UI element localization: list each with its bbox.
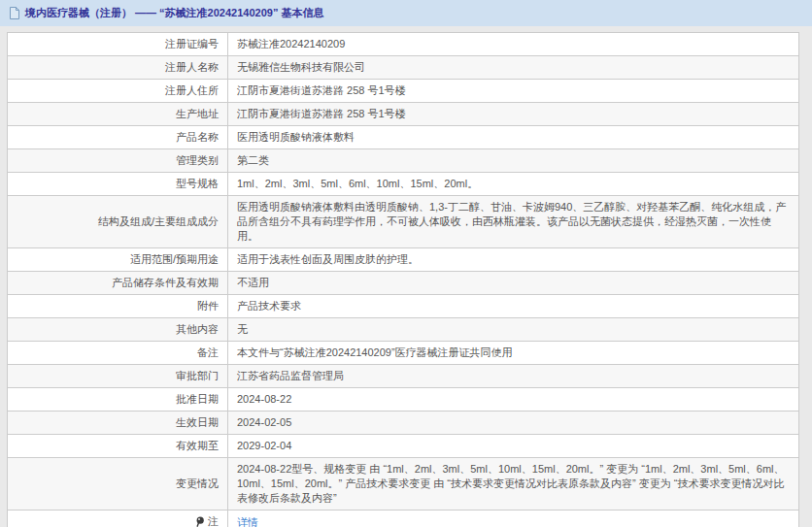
row-value: 1ml、2ml、3ml、5ml、6ml、10ml、15ml、20ml。 [228, 173, 799, 196]
row-value: 产品技术要求 [228, 295, 799, 318]
row-label-text: 管理类别 [176, 154, 219, 166]
row-label-text: 产品储存条件及有效期 [112, 277, 219, 288]
table-row: 变更情况2024-08-22型号、规格变更 由 “1ml、2ml、3ml、5ml… [8, 458, 799, 511]
row-value: 苏械注准20242140209 [228, 33, 799, 56]
row-label: 注册人名称 [8, 56, 228, 80]
table-row: 管理类别第二类 [8, 149, 799, 173]
table-row: 其他内容无 [8, 318, 799, 342]
row-label-text: 注 [208, 515, 219, 527]
row-label-text: 生效日期 [176, 416, 219, 428]
row-value: 适用于浅表性创面及周围皮肤的护理。 [228, 248, 799, 272]
row-label-text: 有效期至 [176, 440, 219, 451]
row-label-text: 审批部门 [176, 370, 219, 381]
row-value: 江苏省药品监督管理局 [228, 365, 799, 388]
table-row: 产品名称医用透明质酸钠液体敷料 [8, 126, 799, 149]
row-label: 生产地址 [8, 103, 228, 126]
table-row: 注册证编号苏械注准20242140209 [8, 33, 799, 56]
page-title: 境内医疗器械（注册） —— “苏械注准20242140209” 基本信息 [25, 6, 323, 20]
row-value: 医用透明质酸钠液体敷料 [228, 126, 799, 149]
row-value: 江阴市夏港街道苏港路 258 号1号楼 [228, 80, 799, 103]
row-value: 江阴市夏港街道苏港路 258 号1号楼 [228, 103, 799, 126]
table-row: 注册人住所江阴市夏港街道苏港路 258 号1号楼 [8, 80, 799, 103]
row-value: 2024-02-05 [228, 412, 799, 435]
row-label: 注册人住所 [8, 80, 228, 103]
note-icon [195, 516, 205, 527]
row-value: 2024-08-22 [228, 388, 799, 412]
info-table-body: 注册证编号苏械注准20242140209注册人名称无锡雅信生物科技有限公司注册人… [8, 33, 799, 527]
row-label: 备注 [8, 342, 228, 365]
row-label-text: 注册证编号 [165, 38, 219, 49]
row-label: 审批部门 [8, 365, 228, 388]
row-label: 结构及组成/主要组成成分 [8, 196, 228, 248]
detail-link[interactable]: 详情 [237, 516, 258, 527]
table-row: 注册人名称无锡雅信生物科技有限公司 [8, 56, 799, 80]
row-label: 型号规格 [8, 173, 228, 196]
table-row: 有效期至2029-02-04 [8, 435, 799, 458]
row-value: 详情 [228, 511, 799, 527]
table-row: 产品储存条件及有效期不适用 [8, 272, 799, 295]
row-value: 无锡雅信生物科技有限公司 [228, 56, 799, 80]
row-label: 生效日期 [8, 412, 228, 435]
row-label: 产品名称 [8, 126, 228, 149]
row-label-text: 附件 [197, 300, 219, 312]
row-label-text: 注册人名称 [165, 61, 219, 73]
row-label: 适用范围/预期用途 [8, 248, 228, 272]
document-icon [9, 7, 20, 19]
table-row: 备注本文件与“苏械注准20242140209”医疗器械注册证共同使用 [8, 342, 799, 365]
row-label-text: 适用范围/预期用途 [130, 253, 219, 265]
row-value: 2029-02-04 [228, 435, 799, 458]
row-label-text: 注册人住所 [165, 84, 219, 96]
table-row: 注详情 [8, 511, 799, 527]
row-value: 不适用 [228, 272, 799, 295]
row-label: 注册证编号 [8, 33, 228, 56]
row-value: 2024-08-22型号、规格变更 由 “1ml、2ml、3ml、5ml、10m… [228, 458, 799, 511]
row-label: 注 [8, 511, 228, 527]
table-row: 适用范围/预期用途适用于浅表性创面及周围皮肤的护理。 [8, 248, 799, 272]
row-value: 本文件与“苏械注准20242140209”医疗器械注册证共同使用 [228, 342, 799, 365]
table-row: 型号规格1ml、2ml、3ml、5ml、6ml、10ml、15ml、20ml。 [8, 173, 799, 196]
row-label-text: 结构及组成/主要组成成分 [98, 215, 219, 227]
row-value: 医用透明质酸钠液体敷料由透明质酸钠、1,3-丁二醇、甘油、卡波姆940、三乙醇胺… [228, 196, 799, 248]
row-value: 无 [228, 318, 799, 342]
header-bar: 境内医疗器械（注册） —— “苏械注准20242140209” 基本信息 [0, 0, 812, 26]
row-label-text: 其他内容 [176, 323, 219, 335]
table-row: 附件产品技术要求 [8, 295, 799, 318]
row-label: 产品储存条件及有效期 [8, 272, 228, 295]
row-value: 第二类 [228, 149, 799, 173]
row-label-text: 变更情况 [176, 478, 219, 489]
row-label: 附件 [8, 295, 228, 318]
row-label-text: 备注 [197, 346, 219, 358]
table-row: 生产地址江阴市夏港街道苏港路 258 号1号楼 [8, 103, 799, 126]
row-label: 变更情况 [8, 458, 228, 511]
table-row: 结构及组成/主要组成成分医用透明质酸钠液体敷料由透明质酸钠、1,3-丁二醇、甘油… [8, 196, 799, 248]
table-row: 审批部门江苏省药品监督管理局 [8, 365, 799, 388]
row-label-text: 产品名称 [176, 131, 219, 143]
row-label-text: 生产地址 [176, 108, 219, 119]
row-label: 有效期至 [8, 435, 228, 458]
table-row: 生效日期2024-02-05 [8, 412, 799, 435]
table-row: 批准日期2024-08-22 [8, 388, 799, 412]
info-table: 注册证编号苏械注准20242140209注册人名称无锡雅信生物科技有限公司注册人… [7, 32, 799, 527]
row-label: 批准日期 [8, 388, 228, 412]
row-label: 管理类别 [8, 149, 228, 173]
row-label-text: 批准日期 [176, 393, 219, 405]
row-label-text: 型号规格 [176, 178, 219, 189]
row-label: 其他内容 [8, 318, 228, 342]
